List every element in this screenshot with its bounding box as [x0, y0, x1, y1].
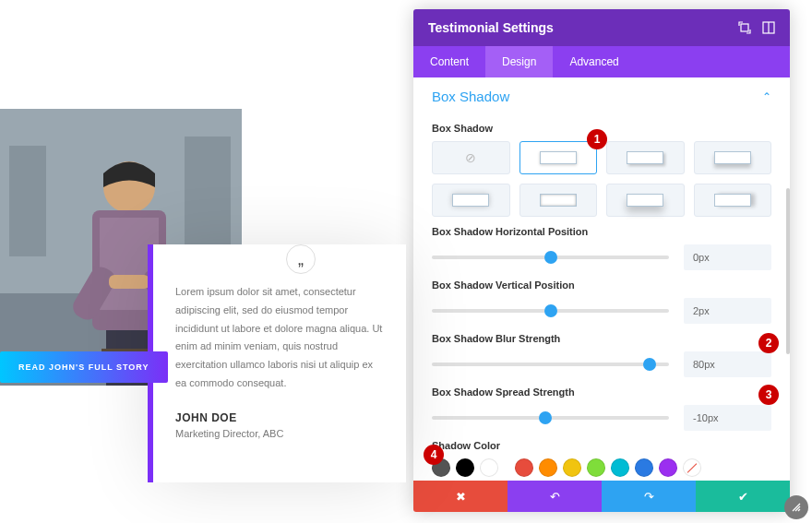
swatch-purple[interactable]: [659, 458, 677, 477]
swatch-red[interactable]: [515, 458, 533, 477]
v-value[interactable]: 2px: [684, 298, 771, 324]
check-icon: ✔: [738, 490, 748, 504]
testimonial-preview: READ JOHN'S FULL STORY „ Lorem ipsum dol…: [0, 109, 397, 496]
blur-value[interactable]: 80px: [684, 351, 771, 377]
annotation-4: 4: [424, 445, 444, 465]
swatch-none[interactable]: [683, 458, 701, 477]
swatch-white[interactable]: [480, 458, 498, 477]
preset-5[interactable]: [519, 184, 598, 217]
preset-7[interactable]: [694, 184, 772, 217]
h-label: Box Shadow Horizontal Position: [432, 226, 771, 237]
snap-icon[interactable]: [762, 21, 775, 34]
close-button[interactable]: ✖: [413, 481, 508, 512]
swatch-yellow[interactable]: [563, 458, 581, 477]
resize-handle[interactable]: [784, 495, 808, 519]
h-value[interactable]: 0px: [684, 244, 771, 270]
swatch-black[interactable]: [456, 458, 474, 477]
section-toggle[interactable]: Box Shadow ⌃: [432, 85, 771, 113]
preset-3[interactable]: [694, 141, 772, 174]
quote-icon: „: [286, 244, 316, 274]
redo-button[interactable]: ↷: [602, 481, 696, 512]
preset-2[interactable]: [606, 141, 685, 174]
color-palette: [432, 458, 771, 477]
save-button[interactable]: ✔: [696, 481, 790, 512]
cta-button[interactable]: READ JOHN'S FULL STORY: [0, 351, 168, 383]
tab-content[interactable]: Content: [413, 46, 485, 77]
preset-6[interactable]: [606, 184, 685, 217]
tab-advanced[interactable]: Advanced: [553, 46, 635, 77]
author-job: Marketing Director, ABC: [175, 428, 384, 439]
section-title-text: Box Shadow: [432, 89, 509, 104]
settings-panel: Testimonial Settings Content Design Adva…: [413, 9, 790, 512]
redo-icon: ↷: [644, 490, 654, 504]
v-label: Box Shadow Vertical Position: [432, 279, 771, 291]
annotation-1: 1: [587, 129, 607, 149]
svg-rect-2: [9, 146, 46, 256]
spread-slider[interactable]: [432, 416, 669, 420]
blur-slider[interactable]: [432, 363, 669, 366]
swatch-green[interactable]: [587, 458, 605, 477]
color-label: Shadow Color: [432, 440, 771, 451]
preset-none[interactable]: ⊘: [432, 141, 510, 174]
ban-icon: ⊘: [465, 150, 476, 165]
undo-icon: ↶: [550, 490, 560, 504]
testimonial-body: Lorem ipsum dolor sit amet, consectetur …: [175, 283, 384, 393]
testimonial-card: Lorem ipsum dolor sit amet, consectetur …: [148, 244, 406, 482]
blur-label: Box Shadow Blur Strength: [432, 333, 771, 344]
author-name: JOHN DOE: [175, 411, 384, 424]
spread-label: Box Shadow Spread Strength: [432, 386, 771, 398]
svg-rect-9: [109, 275, 149, 289]
swatch-blue[interactable]: [635, 458, 653, 477]
svg-rect-12: [741, 24, 748, 31]
tabs: Content Design Advanced: [413, 46, 790, 77]
annotation-3: 3: [758, 385, 779, 405]
preset-1[interactable]: [519, 141, 598, 174]
h-slider[interactable]: [432, 256, 669, 259]
tab-design[interactable]: Design: [485, 46, 553, 77]
panel-header: Testimonial Settings: [413, 9, 790, 46]
panel-footer: ✖ ↶ ↷ ✔: [413, 481, 790, 512]
preset-4[interactable]: [432, 184, 510, 217]
swatch-orange[interactable]: [539, 458, 557, 477]
shadow-presets: ⊘: [432, 141, 771, 217]
v-slider[interactable]: [432, 309, 669, 313]
annotation-2: 2: [758, 333, 779, 353]
expand-icon[interactable]: [738, 21, 751, 34]
swatch-cyan[interactable]: [611, 458, 629, 477]
close-icon: ✖: [456, 490, 466, 504]
panel-title: Testimonial Settings: [428, 20, 727, 35]
undo-button[interactable]: ↶: [508, 481, 602, 512]
chevron-up-icon: ⌃: [762, 90, 771, 103]
spread-value[interactable]: -10px: [684, 405, 771, 431]
